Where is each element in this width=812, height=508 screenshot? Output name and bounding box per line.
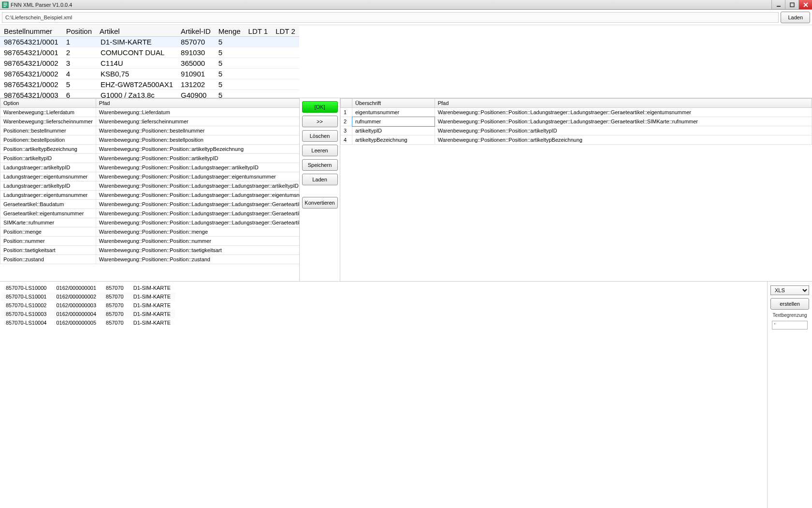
orders-table-header[interactable]: LDT 2 — [272, 26, 299, 37]
list-item[interactable]: 857070-LS100030162/000000004857070D1-SIM… — [1, 310, 175, 318]
move-right-button[interactable]: >> — [302, 116, 338, 127]
export-create-button[interactable]: erstellen — [770, 298, 809, 310]
clear-button[interactable]: Leeren — [302, 145, 338, 156]
grid-header[interactable]: Überschrift — [352, 99, 435, 108]
table-row[interactable]: 1eigentumsnummerWarenbewegung::Positione… — [341, 108, 812, 117]
app-icon — [2, 1, 9, 8]
export-format-select[interactable]: XLS — [770, 285, 809, 295]
table-row[interactable]: 987654321/00023C114U3650005 — [0, 58, 299, 69]
table-row[interactable]: 987654321/00036G1000 / Za13.8cG409005 — [0, 90, 299, 98]
orders-table-header[interactable]: Artikel-ID — [177, 26, 215, 37]
orders-table-header[interactable]: Position — [62, 26, 96, 37]
table-row[interactable]: Warenbewegung::LieferdatumWarenbewegung:… — [0, 108, 300, 117]
load-button[interactable]: Laden — [302, 174, 338, 185]
table-row[interactable]: SIMKarte::rufnummerWarenbewegung::Positi… — [0, 218, 300, 227]
file-load-button[interactable]: Laden — [781, 12, 810, 23]
list-item[interactable]: 857070-LS100040162/000000005857070D1-SIM… — [1, 318, 175, 327]
grid-header[interactable]: Pfad — [96, 99, 300, 108]
save-button[interactable]: Speichern — [302, 159, 338, 171]
table-row[interactable]: 987654321/00011D1-SIM-KARTE8570705 — [0, 37, 299, 47]
table-row[interactable]: 987654321/00025EHZ-GW8T2A500AX11312025 — [0, 79, 299, 90]
minimize-button[interactable] — [771, 0, 785, 9]
table-row[interactable]: 987654321/00012COMUCONT DUAL8910305 — [0, 47, 299, 58]
grid-header[interactable] — [341, 99, 352, 108]
text-limit-label: Textbegrenzung — [771, 313, 808, 318]
table-row[interactable]: Geraeteartikel::eigentumsnummerWarenbewe… — [0, 209, 300, 218]
table-row[interactable]: Position::artikeltypBezeichnungWarenbewe… — [0, 145, 300, 154]
table-row[interactable]: Warenbewegung::lieferscheinnummerWarenbe… — [0, 117, 300, 126]
svg-rect-2 — [790, 3, 794, 7]
close-button[interactable] — [798, 0, 812, 9]
orders-table-header[interactable]: Bestellnummer — [0, 26, 62, 37]
convert-button[interactable]: Konvertieren — [302, 197, 338, 209]
orders-table-header[interactable]: LDT 1 — [245, 26, 272, 37]
ok-button[interactable]: [OK] — [302, 101, 338, 113]
table-row[interactable]: 3artikeltypIDWarenbewegung::Positionen::… — [341, 126, 812, 135]
grid-header[interactable]: Pfad — [435, 99, 812, 108]
mapping-grid[interactable]: ÜberschriftPfad1eigentumsnummerWarenbewe… — [340, 98, 812, 145]
file-path-field[interactable]: C:\Lieferschein_Beispiel.xml — [2, 12, 779, 23]
table-row[interactable]: Position::artikeltypIDWarenbewegung::Pos… — [0, 154, 300, 163]
middle-button-column: [OK] >> Löschen Leeren Speichern Laden K… — [300, 98, 340, 281]
title-bar: FNN XML Parser V1.0.0.4 — [0, 0, 812, 10]
table-row[interactable]: Ladungstraeger::eigentumsnummerWarenbewe… — [0, 172, 300, 181]
text-limit-input[interactable] — [772, 321, 808, 329]
list-item[interactable]: 857070-LS100010162/000000002857070D1-SIM… — [1, 292, 175, 301]
table-row[interactable]: Positionen::bestellnummerWarenbewegung::… — [0, 126, 300, 135]
orders-table[interactable]: BestellnummerPositionArtikelArtikel-IDMe… — [0, 26, 299, 98]
table-row[interactable]: Position::taetigkeitsartWarenbewegung::P… — [0, 246, 300, 255]
delete-button[interactable]: Löschen — [302, 130, 338, 142]
orders-table-header[interactable]: Menge — [215, 26, 245, 37]
orders-table-header[interactable]: Artikel — [96, 26, 177, 37]
export-panel: XLS erstellen Textbegrenzung — [768, 282, 812, 508]
table-row[interactable]: 4artikeltypBezeichnungWarenbewegung::Pos… — [341, 135, 812, 145]
table-row[interactable]: Ladungstraeger::artikeltypIDWarenbewegun… — [0, 163, 300, 172]
table-row[interactable]: Position::mengeWarenbewegung::Positionen… — [0, 227, 300, 237]
options-grid[interactable]: OptionPfadWarenbewegung::LieferdatumWare… — [0, 98, 300, 264]
maximize-button[interactable] — [785, 0, 798, 9]
list-item[interactable]: 857070-LS100020162/000000003857070D1-SIM… — [1, 301, 175, 310]
table-row[interactable]: Geraeteartikel::BaudatumWarenbewegung::P… — [0, 200, 300, 209]
file-bar: C:\Lieferschein_Beispiel.xml Laden — [0, 10, 812, 25]
table-row[interactable]: Ladungstraeger::eigentumsnummerWarenbewe… — [0, 191, 300, 200]
grid-header[interactable]: Option — [0, 99, 96, 108]
table-row[interactable]: 2rufnummerWarenbewegung::Positionen::Pos… — [341, 117, 812, 126]
table-row[interactable]: Ladungstraeger::artikeltypIDWarenbewegun… — [0, 181, 300, 191]
table-row[interactable]: 987654321/00024KSB0,759109015 — [0, 69, 299, 79]
table-row[interactable]: Positionen::bestellpositionWarenbewegung… — [0, 135, 300, 145]
table-row[interactable]: Position::nummerWarenbewegung::Positione… — [0, 237, 300, 246]
list-item[interactable]: 857070-LS100000162/000000001857070D1-SIM… — [1, 284, 175, 292]
table-row[interactable]: Position::zustandWarenbewegung::Position… — [0, 255, 300, 264]
result-list[interactable]: 857070-LS100000162/000000001857070D1-SIM… — [1, 284, 175, 327]
window-title: FNN XML Parser V1.0.0.4 — [11, 2, 72, 8]
